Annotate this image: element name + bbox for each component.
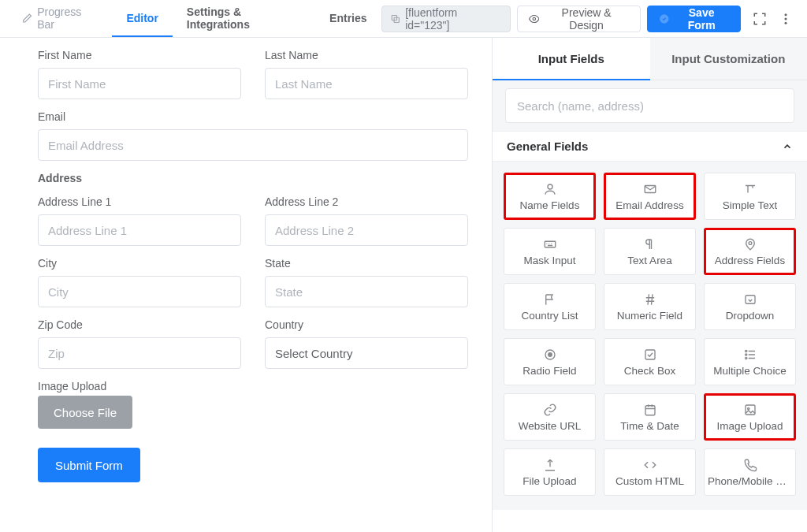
tile-phone[interactable]: Phone/Mobile F… <box>704 448 796 496</box>
tile-custom-html[interactable]: Custom HTML <box>604 448 696 496</box>
tile-text-area[interactable]: Text Area <box>604 228 696 275</box>
nav-progress-bar[interactable]: Progress Bar <box>8 0 112 37</box>
preview-button[interactable]: Preview & Design <box>517 6 641 32</box>
first-name-input[interactable] <box>38 68 241 99</box>
tile-website-url[interactable]: Website URL <box>504 393 596 441</box>
zip-label: Zip Code <box>38 318 241 331</box>
tile-email-address[interactable]: Email Address <box>604 173 696 220</box>
tile-simple-text[interactable]: Simple Text <box>704 173 796 220</box>
addr1-label: Address Line 1 <box>38 195 241 208</box>
upload-icon <box>543 458 557 472</box>
flag-icon <box>543 292 557 307</box>
tile-time-date[interactable]: Time & Date <box>604 393 696 441</box>
search-wrap <box>493 80 807 131</box>
fullscreen-icon <box>753 12 767 26</box>
shortcode-box[interactable]: [fluentform id="123"] <box>381 6 511 32</box>
image-icon <box>743 403 757 417</box>
tile-grid: Name FieldsEmail AddressSimple TextMask … <box>493 162 807 510</box>
choose-file-button[interactable]: Choose File <box>38 396 132 429</box>
nav-settings-label: Settings & Integrations <box>187 6 301 31</box>
top-bar: Progress Bar Editor Settings & Integrati… <box>0 0 807 38</box>
mail-icon <box>643 182 657 196</box>
nav-settings[interactable]: Settings & Integrations <box>173 0 315 37</box>
tile-label: Address Fields <box>715 255 785 266</box>
svg-point-10 <box>749 241 752 244</box>
side-tab-fields[interactable]: Input Fields <box>493 38 650 80</box>
nav-tabs: Progress Bar Editor Settings & Integrati… <box>8 0 381 37</box>
state-label: State <box>265 257 468 270</box>
image-upload-label: Image Upload <box>38 380 106 392</box>
tile-dropdown[interactable]: Dropdown <box>704 283 796 330</box>
radio-icon <box>543 348 557 362</box>
nav-entries[interactable]: Entries <box>315 0 381 37</box>
svg-rect-14 <box>645 350 655 359</box>
tile-mask-input[interactable]: Mask Input <box>504 228 596 275</box>
tile-radio-field[interactable]: Radio Field <box>504 338 596 385</box>
addr2-label: Address Line 2 <box>265 195 468 208</box>
first-name-label: First Name <box>38 49 241 61</box>
main: First Name Last Name Email Address Addre… <box>0 38 807 532</box>
tile-address-fields[interactable]: Address Fields <box>704 228 796 275</box>
general-fields-header[interactable]: General Fields <box>493 131 807 162</box>
text-icon <box>743 182 757 196</box>
tile-label: Check Box <box>624 365 675 377</box>
svg-rect-11 <box>746 295 755 303</box>
zip-input[interactable] <box>38 337 241 369</box>
para-icon <box>643 237 657 251</box>
tile-multiple-choice[interactable]: Multiple Choice <box>704 338 796 385</box>
keyboard-icon <box>543 237 557 251</box>
nav-entries-label: Entries <box>329 12 366 24</box>
search-input[interactable] <box>505 88 794 123</box>
nav-editor-label: Editor <box>126 12 158 24</box>
more-vertical-icon <box>779 12 793 26</box>
eye-icon <box>529 13 540 24</box>
svg-point-2 <box>533 17 535 20</box>
address-section-label: Address <box>38 172 468 184</box>
tile-image-upload[interactable]: Image Upload <box>704 393 796 441</box>
last-name-input[interactable] <box>265 68 468 99</box>
tile-label: Multiple Choice <box>713 365 786 377</box>
svg-rect-9 <box>545 241 556 247</box>
svg-point-4 <box>785 13 787 16</box>
phone-icon <box>743 458 757 472</box>
tile-label: Phone/Mobile F… <box>708 475 792 487</box>
email-input[interactable] <box>38 129 468 161</box>
tile-label: Image Upload <box>716 420 783 432</box>
nav-editor[interactable]: Editor <box>112 0 172 37</box>
tile-label: Radio Field <box>523 365 576 377</box>
list-icon <box>743 348 757 362</box>
form-canvas: First Name Last Name Email Address Addre… <box>0 38 492 532</box>
dropdown-icon <box>743 292 757 307</box>
save-button-label: Save Form <box>674 6 729 32</box>
pin-icon <box>743 237 757 251</box>
tile-file-upload[interactable]: File Upload <box>504 448 596 496</box>
tile-country-list[interactable]: Country List <box>504 283 596 330</box>
addr2-input[interactable] <box>265 214 468 246</box>
save-button[interactable]: Save Form <box>647 6 741 32</box>
submit-button[interactable]: Submit Form <box>38 448 140 482</box>
tile-label: Website URL <box>519 420 581 432</box>
tile-label: Time & Date <box>620 420 679 432</box>
more-button[interactable] <box>773 6 799 32</box>
pencil-icon <box>22 13 32 24</box>
state-input[interactable] <box>265 276 468 307</box>
side-tab-customization[interactable]: Input Customization <box>650 38 808 80</box>
tile-label: Mask Input <box>523 255 575 266</box>
tile-name-fields[interactable]: Name Fields <box>504 173 596 220</box>
country-select[interactable]: Select Country <box>265 337 468 369</box>
city-label: City <box>38 257 241 270</box>
city-input[interactable] <box>38 276 241 307</box>
svg-point-15 <box>745 350 746 352</box>
shortcode-text: [fluentform id="123"] <box>405 6 502 32</box>
tile-label: Dropdown <box>726 310 775 322</box>
hash-icon <box>643 292 657 307</box>
fullscreen-button[interactable] <box>747 6 773 32</box>
tile-check-box[interactable]: Check Box <box>604 338 696 385</box>
addr1-input[interactable] <box>38 214 241 246</box>
svg-point-5 <box>785 17 787 20</box>
code-icon <box>643 458 657 472</box>
tile-label: Simple Text <box>723 199 778 211</box>
check-icon <box>643 348 657 362</box>
tile-numeric-field[interactable]: Numeric Field <box>604 283 696 330</box>
side-tabs: Input Fields Input Customization <box>493 38 807 80</box>
